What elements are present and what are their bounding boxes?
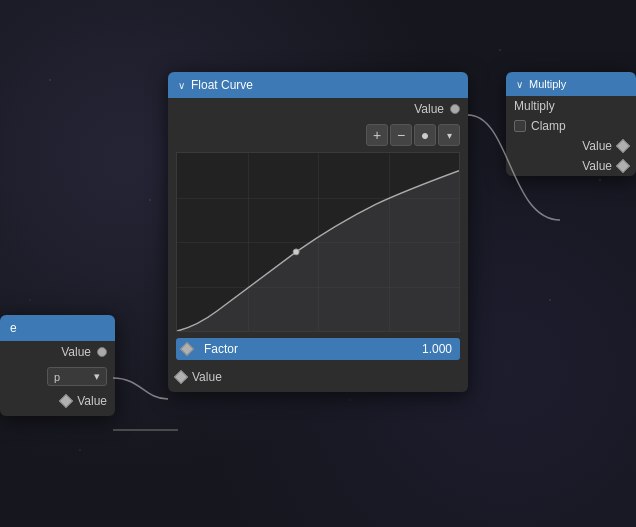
multiply-value1-label: Value (582, 139, 612, 153)
value-output-label: Value (414, 102, 444, 116)
left-output-label: Value (77, 394, 107, 408)
multiply-label-row: Multiply (506, 96, 636, 116)
curve-toolbar: + − ● ▾ (168, 120, 468, 150)
curve-dropdown-button[interactable]: ▾ (438, 124, 460, 146)
left-node-body: Value p ▾ Value (0, 341, 115, 416)
curve-control-point (293, 249, 299, 255)
float-curve-header: ∨ Float Curve (168, 72, 468, 98)
float-curve-body: Value + − ● ▾ (168, 98, 468, 392)
multiply-value2-label: Value (582, 159, 612, 173)
factor-value: 1.000 (414, 338, 460, 360)
multiply-clamp-row: Clamp (506, 116, 636, 136)
float-curve-chevron[interactable]: ∨ (178, 80, 185, 91)
curve-svg (177, 153, 459, 331)
multiply-value1-socket (616, 139, 630, 153)
factor-label: Factor (198, 338, 414, 360)
left-node-title: e (10, 321, 17, 335)
multiply-value2-socket (616, 159, 630, 173)
add-point-button[interactable]: + (366, 124, 388, 146)
dropdown-label: p (54, 371, 60, 383)
factor-row[interactable]: Factor 1.000 (176, 338, 460, 360)
curve-canvas[interactable] (176, 152, 460, 332)
multiply-value1-row: Value (506, 136, 636, 156)
bottom-value-output-row: Value (168, 366, 468, 392)
value-output-row: Value (168, 98, 468, 120)
bottom-output-socket (174, 370, 188, 384)
value-output-socket (450, 104, 460, 114)
multiply-title: Multiply (529, 78, 566, 90)
left-value-socket (97, 347, 107, 357)
float-curve-node: ∨ Float Curve Value + − ● ▾ (168, 72, 468, 392)
left-value-label: Value (61, 345, 91, 359)
multiply-header: ∨ Multiply (506, 72, 636, 96)
clamp-label: Clamp (531, 119, 566, 133)
multiply-value2-row: Value (506, 156, 636, 176)
clamp-checkbox[interactable] (514, 120, 526, 132)
factor-input-socket (180, 342, 194, 356)
multiply-operation-label: Multiply (514, 99, 555, 113)
left-value-row: Value (0, 341, 115, 363)
circle-button[interactable]: ● (414, 124, 436, 146)
multiply-body: Multiply Clamp Value Value (506, 96, 636, 176)
multiply-node: ∨ Multiply Multiply Clamp Value Value (506, 72, 636, 176)
left-dropdown-row: p ▾ (0, 363, 115, 390)
left-dropdown-button[interactable]: p ▾ (47, 367, 107, 386)
float-curve-title: Float Curve (191, 78, 253, 92)
left-node-header: e (0, 315, 115, 341)
left-node: e Value p ▾ Value (0, 315, 115, 416)
factor-socket-wrap (176, 344, 198, 354)
remove-point-button[interactable]: − (390, 124, 412, 146)
dropdown-chevron-icon: ▾ (94, 370, 100, 383)
multiply-chevron[interactable]: ∨ (516, 79, 523, 90)
bottom-output-label: Value (192, 370, 222, 384)
left-output-socket (59, 394, 73, 408)
left-output-row: Value (0, 390, 115, 416)
